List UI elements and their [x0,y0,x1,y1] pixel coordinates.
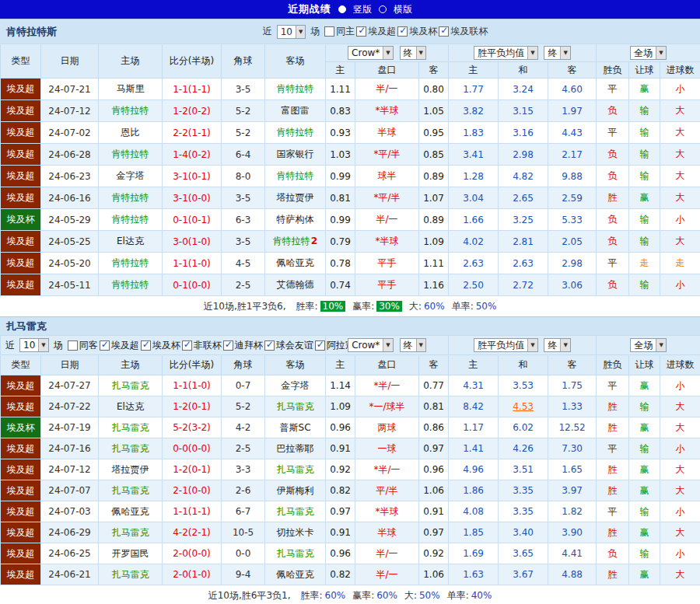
home-team[interactable]: 肯特拉特 [99,187,163,209]
score[interactable]: 3-1(0-0) [163,187,222,209]
home-team[interactable]: 金字塔 [99,166,163,187]
checkbox-icon[interactable] [397,26,408,37]
away-team[interactable]: 普斯SC [265,417,326,438]
avg-odds-select[interactable]: 胜平负均值▼ [474,46,537,60]
match-row: 埃及超24-06-16肯特拉特3-1(0-0)3-5塔拉贾伊0.81*平/半1.… [1,187,700,209]
checkbox-icon[interactable] [182,340,192,351]
away-team[interactable]: 肯特拉特 [265,122,326,144]
score[interactable]: 1-2(0-2) [163,100,222,122]
score[interactable]: 1-1(1-0) [163,253,222,274]
away-team[interactable]: 塔拉贾伊 [265,187,326,209]
checkbox-icon[interactable] [100,340,110,351]
checkbox-icon[interactable] [264,340,275,351]
match-count-select[interactable]: 10▼ [19,338,49,352]
filter-item[interactable]: 埃及联杯 [439,25,488,38]
score[interactable]: 2-1(0-0) [163,480,222,501]
odds-company-select[interactable]: Crow*▼ [348,338,394,352]
home-team[interactable]: El达克 [99,231,163,253]
score[interactable]: 1-2(0-1) [163,396,222,417]
filter-item[interactable]: 球会友谊 [264,339,313,352]
score[interactable]: 3-0(1-0) [163,231,222,253]
checkbox-icon[interactable] [356,26,366,37]
checkbox-icon[interactable] [315,340,325,351]
filter-item[interactable]: 迪拜杯 [223,339,263,352]
scope-select[interactable]: 全场▼ [630,338,666,352]
filter-item[interactable]: 同主 [324,25,355,38]
score[interactable]: 2-2(1-1) [163,122,222,144]
away-team[interactable]: 特萨构体 [265,209,326,231]
checkbox-icon[interactable] [324,26,334,37]
home-team[interactable]: El达克 [99,396,163,417]
filter-item[interactable]: 同客 [68,339,98,352]
radio-horizontal[interactable] [379,5,387,13]
odds-company-select[interactable]: Crow*▼ [348,46,394,60]
score[interactable]: 4-2(2-1) [163,522,222,543]
avg-period-select[interactable]: 终▼ [544,338,570,352]
home-team[interactable]: 恩比 [99,122,163,144]
score[interactable]: 2-0(1-0) [163,564,222,585]
checkbox-icon[interactable] [439,26,449,37]
filter-item[interactable]: 埃及超 [100,339,139,352]
filter-label: 埃及杯 [152,339,180,352]
away-team[interactable]: 切拉米卡 [265,522,326,543]
away-team[interactable]: 富图雷 [265,100,326,122]
score[interactable]: 1-1(1-1) [163,501,222,522]
odds-period-select[interactable]: 终▼ [400,338,426,352]
away-team[interactable]: 扎马雷克 [265,396,326,417]
away-team[interactable]: 巴拉蒂耶 [265,438,326,459]
home-team[interactable]: 开罗国民 [99,543,163,564]
checkbox-icon[interactable] [223,340,233,351]
filter-item[interactable]: 非联杯 [182,339,222,352]
score[interactable]: 0-0(0-0) [163,438,222,459]
home-team[interactable]: 肯特拉特 [99,100,163,122]
home-team[interactable]: 肯特拉特 [99,274,163,296]
home-team[interactable]: 塔拉贾伊 [99,459,163,480]
score[interactable]: 5-2(3-2) [163,417,222,438]
score[interactable]: 1-4(0-2) [163,144,222,166]
home-team[interactable]: 肯特拉特 [99,144,163,166]
score[interactable]: 3-1(0-1) [163,166,222,187]
odds-period-select[interactable]: 终▼ [400,46,426,60]
filter-item[interactable]: 埃及杯 [141,339,180,352]
home-team[interactable]: 扎马雷克 [99,522,163,543]
away-team[interactable]: 佩哈亚克 [265,564,326,585]
avg-odds-select[interactable]: 胜平负均值▼ [474,338,537,352]
score[interactable]: 1-1(1-0) [163,375,222,396]
checkbox-icon[interactable] [141,340,151,351]
home-team[interactable]: 扎马雷克 [99,564,163,585]
score[interactable]: 2-0(0-0) [163,543,222,564]
score[interactable]: 0-1(0-1) [163,209,222,231]
score[interactable]: 1-2(0-1) [163,459,222,480]
away-team[interactable]: 肯特拉特 [265,166,326,187]
match-count-select[interactable]: 10▼ [277,25,306,39]
home-team[interactable]: 扎马雷克 [99,375,163,396]
home-team[interactable]: 扎马雷克 [99,438,163,459]
filter-item[interactable]: 埃及杯 [397,25,437,38]
home-team[interactable]: 扎马雷克 [99,480,163,501]
avg-period-select[interactable]: 终▼ [544,46,570,60]
home-team[interactable]: 肯特拉特 [99,253,163,274]
score[interactable]: 0-1(0-0) [163,274,222,296]
away-team[interactable]: 肯特拉特 [265,79,326,100]
filter-item[interactable]: 埃及超 [356,25,396,38]
scope-select[interactable]: 全场▼ [630,46,666,60]
radio-vertical[interactable] [338,5,346,13]
home-team[interactable]: 肯特拉特 [99,209,163,231]
away-team[interactable]: 扎马雷克 [265,459,326,480]
radio-horizontal-label[interactable]: 横版 [394,3,412,16]
score[interactable]: 1-1(1-1) [163,79,222,100]
away-team[interactable]: 国家银行 [265,144,326,166]
home-team[interactable]: 马斯里 [99,79,163,100]
away-team[interactable]: 佩哈亚克 [265,253,326,274]
away-team[interactable]: 扎马雷克 [265,543,326,564]
away-team[interactable]: 肯特拉特2 [265,231,326,253]
home-team[interactable]: 扎马雷克 [99,417,163,438]
home-team[interactable]: 佩哈亚克 [99,501,163,522]
radio-vertical-label[interactable]: 竖版 [353,3,372,16]
away-team[interactable]: 艾德翰德 [265,274,326,296]
away-team[interactable]: 扎马雷克 [265,501,326,522]
col-goals-result: 进球数 [660,62,700,79]
away-team[interactable]: 金字塔 [265,375,326,396]
away-team[interactable]: 伊斯梅利 [265,480,326,501]
checkbox-icon[interactable] [68,340,78,351]
